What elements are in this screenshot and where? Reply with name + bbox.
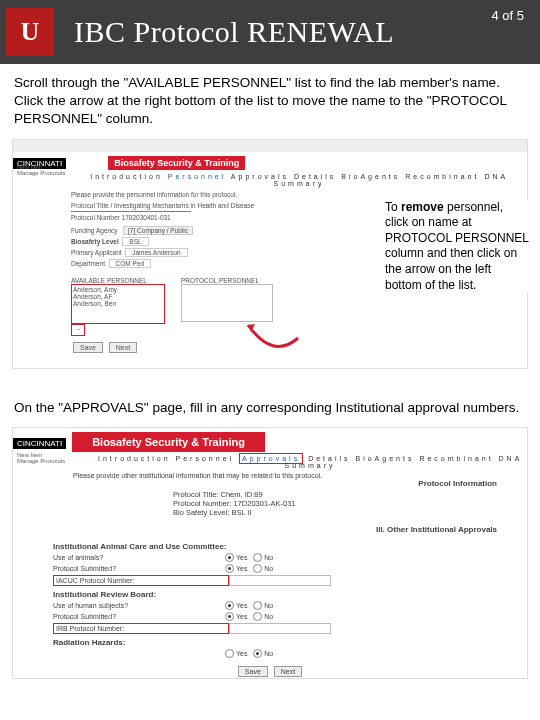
number-label: Protocol Number: (173, 499, 231, 508)
irb-number-input[interactable] (229, 623, 331, 634)
radio-no[interactable] (253, 601, 262, 610)
title-label: Protocol Title: (173, 490, 218, 499)
biosafety-label: Biosafety Level (71, 238, 119, 245)
nav-manage-protocols[interactable]: Manage Protocols (17, 458, 67, 464)
irb-number-label: IRB Protocol Number: (53, 623, 229, 634)
radio-no[interactable] (253, 553, 262, 562)
tab-personnel[interactable]: Personnel (168, 173, 227, 180)
intro-text: Please provide the personnel information… (71, 191, 527, 198)
page-title: IBC Protocol RENEWAL (74, 15, 394, 49)
available-personnel-list[interactable]: Anderson, Amy Anderson, AF Anderson, Ben (71, 284, 165, 324)
next-button[interactable]: Next (274, 666, 302, 677)
funding-label: Funding Agency (71, 227, 118, 234)
use-humans-label: Use of human subjects? (53, 602, 223, 609)
tabs: Introduction Personnel Approvals Details… (71, 173, 527, 187)
radio-no[interactable] (253, 612, 262, 621)
remove-note: To remove personnel, click on name at PR… (385, 200, 529, 294)
person-row[interactable]: Anderson, Ben (73, 300, 163, 307)
pi-label: Primary Applicant (71, 249, 122, 256)
tabs: Introduction Personnel Approvals Details… (93, 455, 527, 469)
move-right-arrow-icon[interactable]: → (71, 324, 85, 336)
app-band: Biosafety Security & Training (108, 156, 245, 170)
iacuc-number-label: IACUC Protocol Number: (53, 575, 229, 586)
radiation-header: Radiation Hazards: (53, 638, 487, 647)
available-personnel-header: AVAILABLE PERSONNEL (71, 277, 165, 284)
person-row[interactable]: Anderson, AF (73, 293, 163, 300)
title-value: Chem. ID:89 (221, 490, 263, 499)
save-button[interactable]: Save (238, 666, 268, 677)
radio-no[interactable] (253, 564, 262, 573)
person-row[interactable]: Anderson, Amy (73, 286, 163, 293)
radio-no[interactable] (253, 649, 262, 658)
nav-manage-protocols[interactable]: Manage Protocols (17, 170, 67, 176)
bsl-label: Bio Safety Level: (173, 508, 229, 517)
other-approvals-header: III. Other Institutional Approvals (13, 525, 497, 534)
pi-value[interactable]: James Anderson (125, 248, 187, 257)
tab-bioagents[interactable]: BioAgents (356, 455, 415, 462)
tab-approvals[interactable]: Approvals (231, 173, 289, 180)
use-animals-label: Use of animals? (53, 554, 223, 561)
tab-bioagents[interactable]: BioAgents (341, 173, 400, 180)
irb-header: Institutional Review Board: (53, 590, 487, 599)
radio-yes[interactable] (225, 553, 234, 562)
biosafety-value[interactable]: BSL (122, 237, 148, 246)
protocol-personnel-list[interactable] (181, 284, 273, 322)
left-nav: New Item Manage Protocols (17, 164, 67, 176)
iacuc-header: Institutional Animal Care and Use Commit… (53, 542, 487, 551)
protocol-info-header: Protocol Information (13, 479, 497, 488)
tab-recombinant[interactable]: Recombinant DNA (405, 173, 508, 180)
instruction-2: On the "APPROVALS" page, fill in any cor… (0, 385, 540, 423)
tab-introduction[interactable]: Introduction (90, 173, 163, 180)
screenshot-approvals: CINCINNATI Biosafety Security & Training… (12, 427, 528, 679)
tab-details[interactable]: Details (294, 173, 336, 180)
tab-summary[interactable]: Summary (274, 180, 325, 187)
tab-recombinant[interactable]: Recombinant DNA (419, 455, 522, 462)
header: U IBC Protocol RENEWAL 4 of 5 (0, 0, 540, 64)
tab-personnel[interactable]: Personnel (176, 455, 235, 462)
left-nav: New Item Manage Protocols (17, 452, 67, 464)
bsl-value: BSL II (231, 508, 251, 517)
page-counter: 4 of 5 (491, 8, 524, 23)
dept-label: Department (71, 260, 105, 267)
intro-text: Please provide other institutional infor… (73, 472, 527, 479)
instruction-1: Scroll through the "AVAILABLE PERSONNEL"… (0, 64, 540, 135)
app-band: Biosafety Security & Training (72, 432, 265, 452)
brand-mark: CINCINNATI (13, 438, 66, 449)
protocol-submitted-label: Protocol Submitted? (53, 613, 223, 620)
protocol-personnel-header: PROTOCOL PERSONNEL (181, 277, 273, 284)
screenshot-personnel: CINCINNATI Biosafety Security & Training… (12, 139, 528, 369)
radio-yes[interactable] (225, 564, 234, 573)
tab-details[interactable]: Details (308, 455, 350, 462)
tab-summary[interactable]: Summary (285, 462, 336, 469)
tab-introduction[interactable]: Introduction (98, 455, 171, 462)
dept-value[interactable]: COM Ped (109, 259, 152, 268)
uc-logo: U (6, 8, 54, 56)
save-button[interactable]: Save (73, 342, 103, 353)
callout-arrow-icon (243, 320, 303, 356)
funding-value[interactable]: [7] Company / Public (123, 226, 193, 235)
radio-yes[interactable] (225, 601, 234, 610)
protocol-submitted-label: Protocol Submitted? (53, 565, 223, 572)
number-value: 17D20301-AK-031 (233, 499, 295, 508)
radio-yes[interactable] (225, 612, 234, 621)
next-button[interactable]: Next (109, 342, 137, 353)
iacuc-number-input[interactable] (229, 575, 331, 586)
radio-yes[interactable] (225, 649, 234, 658)
